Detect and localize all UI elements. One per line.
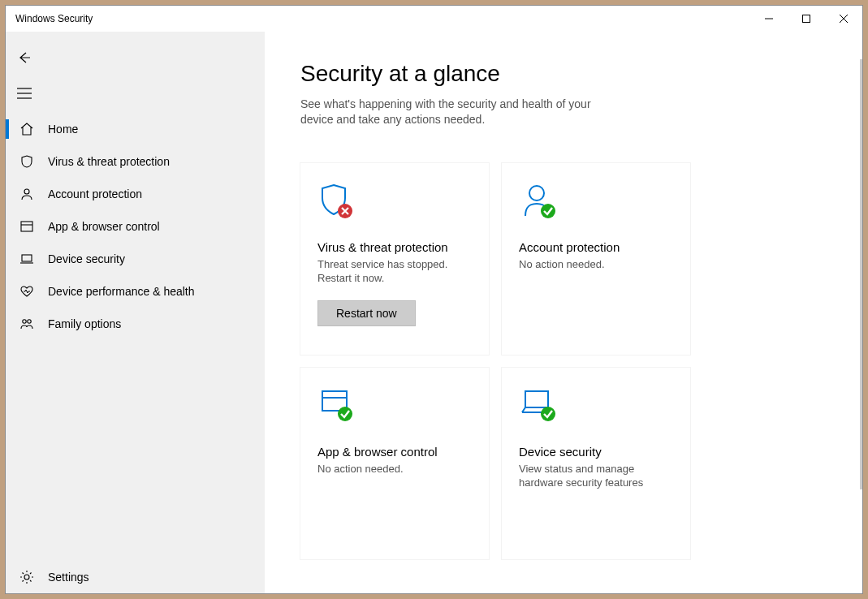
sidebar-item-label: Home [48,123,78,136]
menu-toggle-button[interactable] [6,77,43,110]
sidebar: Home Virus & threat protection Account p… [6,32,265,593]
nav: Home Virus & threat protection Account p… [6,113,265,340]
sidebar-item-health[interactable]: Device performance & health [6,275,265,308]
window-body: Home Virus & threat protection Account p… [6,32,862,593]
close-button[interactable] [825,6,862,32]
svg-point-13 [28,320,31,323]
card-text: No action needed. [317,462,472,476]
card-title: App & browser control [317,445,472,459]
card-appbrowser[interactable]: App & browser control No action needed. [300,368,489,559]
card-title: Virus & threat protection [317,240,472,254]
shield-icon [6,154,48,169]
svg-point-12 [23,320,26,323]
sidebar-item-label: Device performance & health [48,285,195,298]
window-controls [750,6,862,32]
sidebar-item-label: Settings [48,571,89,584]
svg-point-16 [529,186,544,200]
person-ok-icon [519,182,673,227]
heart-icon [6,284,48,299]
sidebar-item-family[interactable]: Family options [6,308,265,340]
card-account[interactable]: Account protection No action needed. [502,163,690,355]
person-icon [6,187,48,201]
card-text: View status and manage hardware security… [519,462,673,490]
svg-rect-1 [803,15,810,23]
page-subtitle: See what's happening with the security a… [300,97,609,127]
card-devicesecurity[interactable]: Device security View status and manage h… [502,368,690,559]
sidebar-item-appbrowser[interactable]: App & browser control [6,210,265,243]
page-title: Security at a glance [300,61,827,87]
browser-ok-icon [317,386,472,432]
svg-rect-10 [22,255,32,261]
restart-now-button[interactable]: Restart now [317,300,416,326]
minimize-button[interactable] [750,6,788,32]
svg-point-17 [541,204,555,218]
svg-point-7 [24,189,29,194]
sidebar-item-home[interactable]: Home [6,113,265,145]
card-title: Device security [519,445,673,459]
back-button[interactable] [6,41,43,74]
scrollbar[interactable] [860,59,862,489]
svg-point-14 [24,575,29,580]
sidebar-item-label: App & browser control [48,220,160,233]
svg-point-20 [338,407,352,421]
sidebar-item-label: Device security [48,252,125,265]
svg-rect-21 [525,391,548,407]
card-title: Account protection [519,240,673,254]
sidebar-item-label: Virus & threat protection [48,155,170,168]
family-icon [6,317,48,331]
sidebar-bottom: Settings [6,561,265,593]
cards-grid: Virus & threat protection Threat service… [300,163,827,559]
sidebar-item-account[interactable]: Account protection [6,178,265,210]
titlebar: Windows Security [6,6,862,32]
laptop-ok-icon [519,386,673,432]
card-text: No action needed. [519,257,673,272]
laptop-icon [6,252,48,266]
sidebar-item-devicesecurity[interactable]: Device security [6,243,265,275]
sidebar-item-virus[interactable]: Virus & threat protection [6,145,265,178]
browser-icon [6,219,48,234]
card-text: Threat service has stopped. Restart it n… [317,257,472,286]
svg-rect-8 [21,222,32,231]
sidebar-item-label: Family options [48,317,121,330]
home-icon [6,122,48,136]
card-virus[interactable]: Virus & threat protection Threat service… [300,163,489,355]
gear-icon [6,570,48,584]
windows-security-window: Windows Security [5,5,863,594]
maximize-button[interactable] [788,6,825,32]
svg-point-22 [541,407,555,421]
sidebar-item-label: Account protection [48,187,142,200]
shield-error-icon [317,182,472,227]
sidebar-item-settings[interactable]: Settings [6,561,265,593]
main-content: Security at a glance See what's happenin… [265,32,862,593]
window-title: Windows Security [15,13,93,24]
